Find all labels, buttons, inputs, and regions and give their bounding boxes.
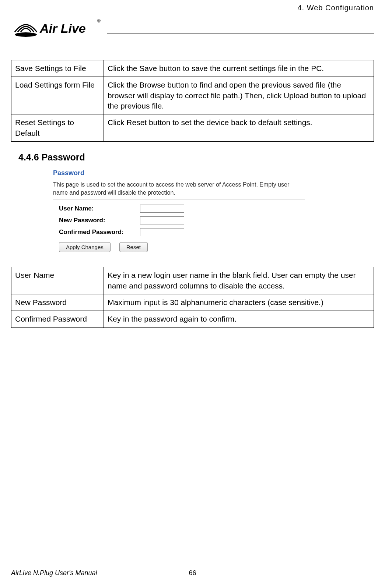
confirmpassword-input[interactable] bbox=[140, 228, 184, 236]
table-row: New Password Maximum input is 30 alphanu… bbox=[11, 294, 374, 311]
table-row: User Name Key in a new login user name i… bbox=[11, 267, 374, 294]
page-footer: AirLive N.Plug User's Manual 66 bbox=[11, 569, 374, 577]
row-desc: Key in a new login user name in the blan… bbox=[104, 267, 374, 294]
screenshot-button-row: Apply Changes Reset bbox=[59, 242, 305, 252]
row-name: Save Settings to File bbox=[11, 60, 104, 77]
screenshot-description: This page is used to set the account to … bbox=[53, 181, 305, 196]
footer-manual-title: AirLive N.Plug User's Manual bbox=[11, 569, 97, 577]
chapter-label: 4. Web Configuration bbox=[11, 4, 374, 12]
svg-point-0 bbox=[15, 32, 37, 37]
settings-table: Save Settings to File Click the Save but… bbox=[11, 60, 374, 142]
row-name: Confirmed Password bbox=[11, 311, 104, 327]
section-heading: 4.4.6 Password bbox=[18, 152, 374, 163]
row-desc: Click Reset button to set the device bac… bbox=[104, 114, 374, 142]
screenshot-title: Password bbox=[53, 169, 305, 177]
newpassword-label: New Password: bbox=[59, 217, 140, 224]
form-row-newpassword: New Password: bbox=[59, 216, 305, 224]
form-row-confirmpassword: Confirmed Password: bbox=[59, 228, 305, 236]
password-fields-table: User Name Key in a new login user name i… bbox=[11, 267, 374, 327]
password-screenshot: Password This page is used to set the ac… bbox=[46, 165, 312, 259]
reset-button[interactable]: Reset bbox=[119, 242, 148, 252]
apply-changes-button[interactable]: Apply Changes bbox=[59, 242, 111, 252]
row-name: Load Settings form File bbox=[11, 77, 104, 114]
svg-text:®: ® bbox=[97, 18, 101, 24]
form-row-username: User Name: bbox=[59, 205, 305, 213]
logo-row: Air Live ® bbox=[11, 14, 374, 42]
row-desc: Click the Browse button to find and open… bbox=[104, 77, 374, 114]
table-row: Save Settings to File Click the Save but… bbox=[11, 60, 374, 77]
row-desc: Key in the password again to confirm. bbox=[104, 311, 374, 327]
username-label: User Name: bbox=[59, 205, 140, 212]
row-desc: Maximum input is 30 alphanumeric charact… bbox=[104, 294, 374, 311]
row-name: Reset Settings to Default bbox=[11, 114, 104, 142]
document-page: 4. Web Configuration Air Live ® Save Set… bbox=[0, 0, 385, 328]
confirmpassword-label: Confirmed Password: bbox=[59, 229, 140, 236]
table-row: Confirmed Password Key in the password a… bbox=[11, 311, 374, 327]
row-name: User Name bbox=[11, 267, 104, 294]
table-row: Reset Settings to Default Click Reset bu… bbox=[11, 114, 374, 142]
row-desc: Click the Save button to save the curren… bbox=[104, 60, 374, 77]
header-divider bbox=[107, 33, 374, 34]
screenshot-divider bbox=[53, 199, 305, 199]
table-row: Load Settings form File Click the Browse… bbox=[11, 77, 374, 114]
airlive-logo: Air Live ® bbox=[11, 14, 103, 42]
newpassword-input[interactable] bbox=[140, 216, 184, 224]
row-name: New Password bbox=[11, 294, 104, 311]
footer-page-number: 66 bbox=[189, 569, 196, 577]
username-input[interactable] bbox=[140, 205, 184, 213]
svg-text:Air Live: Air Live bbox=[39, 21, 86, 35]
page-header: 4. Web Configuration Air Live ® bbox=[11, 4, 374, 42]
